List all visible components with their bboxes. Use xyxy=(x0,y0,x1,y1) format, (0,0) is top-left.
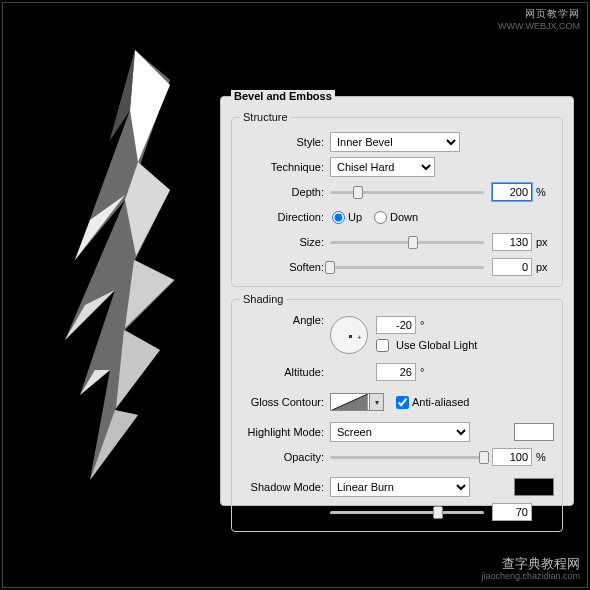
slider-thumb-icon xyxy=(353,186,363,199)
global-light-checkbox[interactable] xyxy=(376,339,389,352)
highlight-opacity-slider[interactable] xyxy=(330,456,484,459)
slider-thumb-icon xyxy=(479,451,489,464)
slider-thumb-icon xyxy=(433,506,443,519)
antialiased-checkbox[interactable] xyxy=(396,396,409,409)
panel-title: Bevel and Emboss xyxy=(231,90,335,102)
preview-artwork xyxy=(30,50,200,480)
antialiased-label: Anti-aliased xyxy=(412,396,469,408)
technique-label: Technique: xyxy=(240,161,330,173)
technique-select[interactable]: Chisel Hard xyxy=(330,157,435,177)
angle-input[interactable] xyxy=(376,316,416,334)
highlight-opacity-unit: % xyxy=(536,451,554,463)
watermark-top-text: 网页教学网 xyxy=(498,8,580,20)
global-light-label: Use Global Light xyxy=(396,339,477,351)
bevel-emboss-panel: Bevel and Emboss Structure Style: Inner … xyxy=(220,96,574,506)
shadow-opacity-unit: % xyxy=(536,506,554,518)
altitude-unit: ° xyxy=(420,366,424,378)
direction-down-label: Down xyxy=(390,211,418,223)
svg-marker-1 xyxy=(130,50,170,162)
watermark-top-url: WWW.WEBJX.COM xyxy=(498,20,580,32)
depth-unit: % xyxy=(536,186,554,198)
shadow-opacity-slider[interactable] xyxy=(330,511,484,514)
depth-label: Depth: xyxy=(240,186,330,198)
direction-up-label: Up xyxy=(348,211,362,223)
soften-unit: px xyxy=(536,261,554,273)
angle-dial[interactable]: + xyxy=(330,316,368,354)
size-unit: px xyxy=(536,236,554,248)
highlight-opacity-input[interactable] xyxy=(492,448,532,466)
slider-thumb-icon xyxy=(325,261,335,274)
highlight-color-swatch[interactable] xyxy=(514,423,554,441)
direction-down-radio[interactable] xyxy=(374,211,387,224)
shadow-mode-label: Shadow Mode: xyxy=(240,481,330,493)
watermark-bot-url: jiaocheng.chazidian.com xyxy=(481,570,580,582)
structure-legend: Structure xyxy=(240,111,291,123)
watermark-bottom: 查字典教程网 jiaocheng.chazidian.com xyxy=(481,558,580,582)
angle-center-icon xyxy=(349,335,352,338)
soften-label: Soften: xyxy=(240,261,330,273)
soften-input[interactable] xyxy=(492,258,532,276)
direction-label: Direction: xyxy=(240,211,330,223)
highlight-mode-select[interactable]: Screen xyxy=(330,422,470,442)
depth-slider[interactable] xyxy=(330,191,484,194)
gloss-contour-swatch[interactable] xyxy=(330,393,370,411)
highlight-opacity-label: Opacity: xyxy=(240,451,330,463)
shading-group: Shading Angle: + ° Use Global Light Alti… xyxy=(231,293,563,532)
chevron-down-icon[interactable]: ▾ xyxy=(370,393,384,411)
shadow-opacity-input[interactable] xyxy=(492,503,532,521)
highlight-mode-label: Highlight Mode: xyxy=(240,426,330,438)
size-slider[interactable] xyxy=(330,241,484,244)
altitude-label: Altitude: xyxy=(240,366,330,378)
watermark-bot-text: 查字典教程网 xyxy=(481,558,580,570)
altitude-input[interactable] xyxy=(376,363,416,381)
gloss-contour-label: Gloss Contour: xyxy=(240,396,330,408)
shading-legend: Shading xyxy=(240,293,286,305)
watermark-top: 网页教学网 WWW.WEBJX.COM xyxy=(498,8,580,32)
style-select[interactable]: Inner Bevel xyxy=(330,132,460,152)
angle-label: Angle: xyxy=(240,311,330,326)
size-label: Size: xyxy=(240,236,330,248)
size-input[interactable] xyxy=(492,233,532,251)
shadow-opacity-label: Opacity: xyxy=(240,506,330,518)
angle-indicator-icon: + xyxy=(357,333,362,342)
style-label: Style: xyxy=(240,136,330,148)
soften-slider[interactable] xyxy=(330,266,484,269)
direction-up-radio[interactable] xyxy=(332,211,345,224)
angle-unit: ° xyxy=(420,319,424,331)
shadow-color-swatch[interactable] xyxy=(514,478,554,496)
slider-thumb-icon xyxy=(408,236,418,249)
structure-group: Structure Style: Inner Bevel Technique: … xyxy=(231,111,563,287)
depth-input[interactable] xyxy=(492,183,532,201)
shadow-mode-select[interactable]: Linear Burn xyxy=(330,477,470,497)
